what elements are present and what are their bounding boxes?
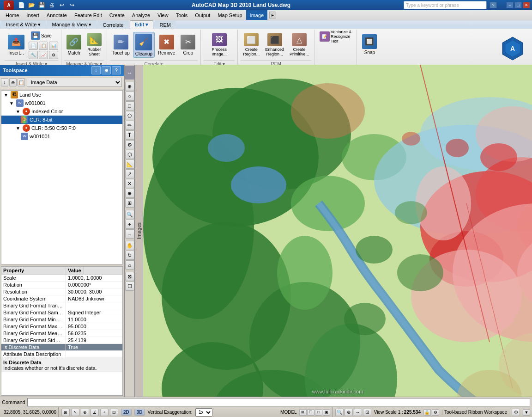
status-btn-angle[interactable]: ∠ — [91, 409, 99, 416]
zoom-btn-2[interactable]: ⊕ — [345, 409, 353, 416]
toolspace-btn-2[interactable]: ⊞ — [102, 66, 111, 74]
maximize-button[interactable]: □ — [514, 2, 522, 8]
zoom-btn-1[interactable]: 🔍 — [335, 409, 344, 416]
lt-btn-hex[interactable]: ⬡ — [125, 150, 134, 159]
lt-btn-3d[interactable]: ☐ — [125, 282, 134, 291]
ribbon-btn-rubber-sheet[interactable]: 📐 RubberSheet — [85, 32, 104, 58]
redo-button[interactable]: ↪ — [67, 1, 77, 9]
menu-insert[interactable]: Insert — [23, 10, 43, 20]
arrow-down-btn[interactable]: ▼ — [523, 409, 530, 416]
ribbon-btn-crop[interactable]: ✂ Crop — [178, 32, 198, 58]
tree-item-indexed-color[interactable]: ▼ ● Indexed Color — [1, 107, 122, 116]
props-row-discrete[interactable]: Is Discrete Data True — [1, 344, 122, 351]
menu-home[interactable]: Home — [2, 10, 23, 20]
tree-item-clr-8bit[interactable]: 🎨 CLR: 8-bit — [1, 116, 122, 124]
props-row-rotation[interactable]: Rotation 0.000000° — [1, 282, 122, 288]
tree-item-clr-b50[interactable]: ▼ ● CLR: B:50 C:50 F:0 — [1, 124, 122, 132]
undo-button[interactable]: ↩ — [57, 1, 66, 9]
menu-view[interactable]: View — [154, 10, 172, 20]
model-btn-3[interactable]: □ — [315, 409, 322, 416]
lt-btn-pencil[interactable]: ✏ — [125, 121, 134, 130]
menu-annotate[interactable]: Annotate — [43, 10, 71, 20]
zoom-btn-4[interactable]: ⊡ — [363, 409, 371, 416]
ts-tool-2[interactable]: ⊕ — [9, 78, 17, 86]
status-btn-cursor[interactable]: ↖ — [71, 409, 79, 416]
status-btn-2d[interactable]: 2D — [121, 409, 132, 416]
ribbon-small-btn-1[interactable]: 📄 — [29, 42, 38, 50]
lt-btn-text[interactable]: T — [125, 130, 134, 140]
tab-rem[interactable]: REM — [154, 21, 175, 29]
props-row-bg-min[interactable]: Binary Grid Format MinValu 11.0000 — [1, 316, 122, 323]
ribbon-btn-snap[interactable]: 🔲 Snap — [360, 31, 379, 58]
close-button[interactable]: ✕ — [523, 2, 530, 8]
map-area[interactable]: www.fullcrackindir.com — [143, 65, 532, 397]
search-box[interactable]: Type a keyword or phrase — [404, 1, 487, 9]
open-button[interactable]: 📂 — [27, 1, 36, 9]
props-row-bg-sample[interactable]: Binary Grid Format Sample Signed Integer — [1, 309, 122, 316]
lt-btn-measure[interactable]: 📐 — [125, 159, 134, 169]
menu-create[interactable]: Create — [106, 10, 128, 20]
ribbon-small-btn-3[interactable]: 📊 — [49, 42, 58, 50]
tab-manage-view[interactable]: Manage & View ▾ — [47, 20, 97, 29]
lt-btn-square[interactable]: □ — [125, 101, 134, 110]
model-btn-4[interactable]: ▣ — [323, 409, 330, 416]
menu-map-setup[interactable]: Map Setup — [214, 10, 246, 20]
lt-btn-zoom-in[interactable]: + — [125, 220, 134, 229]
lt-btn-circle[interactable]: ○ — [125, 92, 134, 101]
status-btn-grid[interactable]: ⊞ — [61, 409, 70, 416]
menu-feature-edit[interactable]: Feature Edit — [71, 10, 106, 20]
ribbon-btn-create-region[interactable]: ⬜ CreateRegion... — [241, 32, 262, 58]
lt-btn-arrow[interactable]: ↗ — [125, 169, 134, 178]
props-row-resolution[interactable]: Resolution 30.0000, 30.00 — [1, 288, 122, 295]
status-btn-5[interactable]: ⊡ — [110, 409, 118, 416]
ribbon-small-btn-2[interactable]: 📋 — [39, 42, 48, 50]
props-row-attr-desc[interactable]: Attribute Data Description — [1, 351, 122, 358]
props-row-bg-mean[interactable]: Binary Grid Format MeanVa 56.0235 — [1, 330, 122, 337]
props-row-scale[interactable]: Scale 1.0000, 1.0000 — [1, 275, 122, 282]
settings-status-btn[interactable]: ⚙ — [432, 409, 439, 416]
ribbon-btn-create-primitive[interactable]: △ CreatePrimitive... — [287, 32, 311, 58]
toolspace-btn-1[interactable]: ↕ — [91, 66, 101, 74]
tree-item-w001001-bottom[interactable]: W w001001 — [1, 132, 122, 141]
save-qat-button[interactable]: 💾 — [37, 1, 46, 9]
ribbon-btn-insert[interactable]: 📥 Insert... — [5, 32, 28, 58]
props-row-bg-max[interactable]: Binary Grid Format MaxValu 95.0000 — [1, 323, 122, 330]
ribbon-btn-match[interactable]: 🔗 Match — [64, 32, 84, 58]
ribbon-btn-cleanup[interactable]: 🧹 Cleanup — [133, 32, 155, 58]
lt-btn-zoom[interactable]: 🔍 — [125, 210, 134, 219]
props-row-coord-system[interactable]: Coordinate System NAD83 Jnknowr — [1, 295, 122, 302]
model-btn-1[interactable]: ⊞ — [299, 409, 307, 416]
lt-nav-btn[interactable]: ↔ — [125, 66, 134, 80]
ribbon-btn-touchup[interactable]: ✏ Touchup — [110, 32, 132, 58]
status-btn-3d[interactable]: 3D — [134, 409, 145, 416]
ribbon-btn-remove[interactable]: ✖ Remove — [156, 32, 177, 58]
new-button[interactable]: 📄 — [17, 1, 26, 9]
tree-item-w001001-top[interactable]: ▼ W w001001 — [1, 99, 122, 107]
tree-item-land-use[interactable]: ▼ 🏗 Land Use — [1, 91, 122, 99]
props-row-bg-stddev[interactable]: Binary Grid Format StdDev 25.4139 — [1, 337, 122, 344]
ribbon-small-btn-4[interactable]: 🔧 — [29, 51, 38, 59]
lt-btn-pan[interactable]: ✋ — [125, 241, 134, 250]
ribbon-btn-vectorize[interactable]: 📝 Vectorize &RecognizeText — [317, 31, 354, 43]
lt-btn-grid[interactable]: ⊞ — [125, 198, 134, 208]
zoom-btn-3[interactable]: ↔ — [354, 409, 362, 416]
ribbon-btn-enhanced-region[interactable]: ⬛ EnhancedRegion... — [263, 32, 286, 58]
lt-btn-extent[interactable]: ⊠ — [125, 272, 134, 281]
menu-output[interactable]: Output — [191, 10, 214, 20]
lt-btn-polygon[interactable]: ⬠ — [125, 111, 134, 120]
model-btn-2[interactable]: ☐ — [307, 409, 314, 416]
help-button[interactable]: ? — [490, 2, 497, 8]
ribbon-small-btn-6[interactable]: ⚙ — [49, 51, 58, 59]
menu-tools[interactable]: Tools — [172, 10, 192, 20]
toolspace-btn-3[interactable]: ? — [112, 66, 121, 74]
workspace-btn[interactable]: ⚙ — [512, 409, 520, 416]
images-side-tab[interactable]: Images — [135, 65, 143, 397]
tab-edit[interactable]: Edit ▾ — [130, 20, 154, 29]
toolspace-dropdown[interactable]: Image Data — [27, 78, 122, 87]
ts-tool-3[interactable]: 📋 — [18, 78, 25, 86]
lt-btn-crosshair[interactable]: ⊕ — [125, 82, 134, 91]
lt-btn-rotate[interactable]: ↻ — [125, 251, 134, 260]
lt-btn-settings[interactable]: ⚙ — [125, 140, 134, 149]
print-button[interactable]: 🖨 — [47, 1, 56, 9]
lt-btn-plus[interactable]: ⊕ — [125, 189, 134, 198]
